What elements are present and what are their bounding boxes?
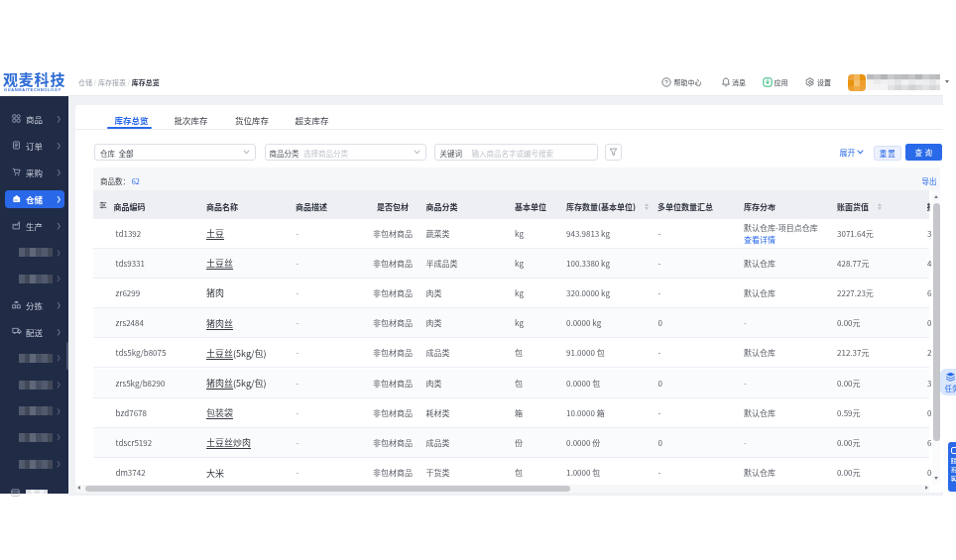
svg-text:?: ? [664,78,668,85]
